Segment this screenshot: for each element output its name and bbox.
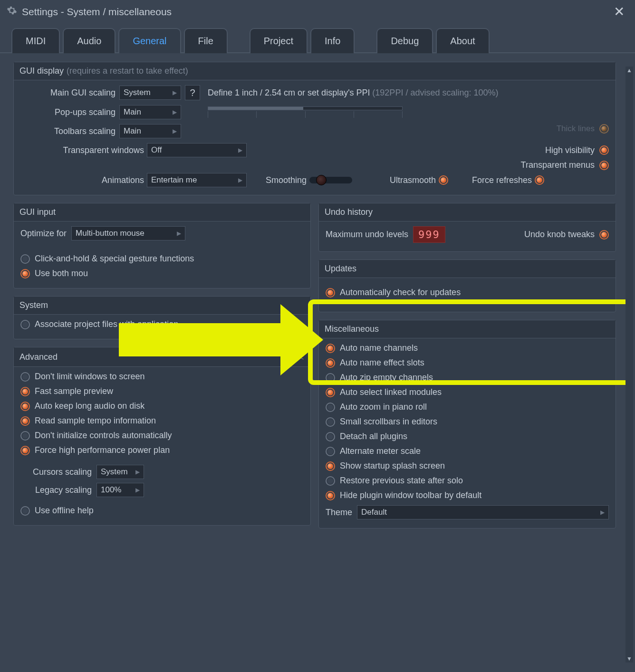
- tab-file[interactable]: File: [184, 28, 228, 53]
- theme-label: Theme: [326, 508, 352, 518]
- scrollbar[interactable]: ▲ ▼: [625, 67, 633, 662]
- scroll-up-icon[interactable]: ▲: [625, 67, 633, 74]
- hide-toolbar-toggle[interactable]: [326, 491, 335, 500]
- restore-solo-label: Restore previous state after solo: [340, 476, 463, 486]
- ultrasmooth-label: Ultrasmooth: [369, 175, 436, 185]
- tab-about[interactable]: About: [436, 28, 489, 53]
- cursors-scaling-dropdown[interactable]: System▶: [96, 465, 144, 479]
- updates-panel: Updates Automatically check for updates: [318, 259, 616, 312]
- optimize-for-dropdown[interactable]: Multi-button mouse▶: [71, 226, 185, 240]
- offline-help-label: Use offline help: [35, 506, 94, 516]
- dont-limit-label: Don't limit windows to screen: [35, 372, 145, 382]
- ppi-hint: (192PPI / advised scaling: 100%): [372, 88, 498, 97]
- system-title: System: [19, 300, 48, 310]
- show-splash-toggle[interactable]: [326, 461, 335, 471]
- auto-zoom-label: Auto zoom in piano roll: [340, 402, 427, 412]
- optimize-for-label: Optimize for: [20, 229, 67, 239]
- main-scaling-label: Main GUI scaling: [20, 88, 115, 98]
- auto-name-slots-toggle[interactable]: [326, 358, 335, 368]
- associate-toggle[interactable]: [20, 320, 30, 329]
- click-hold-toggle[interactable]: [20, 254, 30, 264]
- tab-project[interactable]: Project: [250, 28, 308, 53]
- dont-limit-toggle[interactable]: [20, 372, 30, 382]
- ppi-slider[interactable]: [208, 106, 403, 110]
- titlebar: Settings - System / miscellaneous ✕: [0, 0, 635, 23]
- help-button[interactable]: ?: [185, 85, 200, 100]
- fast-sample-label: Fast sample preview: [35, 386, 113, 396]
- arrow-annotation: [119, 323, 280, 356]
- alt-meter-toggle[interactable]: [326, 447, 335, 456]
- tab-audio[interactable]: Audio: [63, 28, 115, 53]
- force-refreshes-label: Force refreshes: [456, 175, 532, 185]
- high-visibility-label: High visibility: [545, 145, 595, 155]
- smoothing-label: Smoothing: [254, 175, 307, 185]
- dont-init-toggle[interactable]: [20, 431, 30, 441]
- animations-label: Animations: [20, 175, 144, 185]
- theme-dropdown[interactable]: Default▶: [357, 505, 609, 519]
- force-power-label: Force high performance power plan: [35, 445, 170, 455]
- auto-check-toggle[interactable]: [326, 288, 335, 298]
- alt-meter-label: Alternate meter scale: [340, 446, 421, 456]
- tabbar: MIDI Audio General File Project Info Deb…: [0, 23, 635, 53]
- auto-select-linked-toggle[interactable]: [326, 388, 335, 397]
- undo-title: Undo history: [325, 207, 373, 217]
- animations-dropdown[interactable]: Entertain me▶: [147, 173, 247, 187]
- tab-general[interactable]: General: [118, 28, 181, 53]
- advanced-title: Advanced: [19, 352, 58, 362]
- misc-title: Miscellaneous: [325, 324, 379, 334]
- detach-plugins-toggle[interactable]: [326, 432, 335, 442]
- force-power-toggle[interactable]: [20, 446, 30, 455]
- undo-knob-toggle[interactable]: [599, 230, 609, 240]
- auto-zip-toggle[interactable]: [326, 373, 335, 383]
- advanced-panel: Advanced ︿ Don't limit windows to screen…: [13, 347, 311, 526]
- gui-display-panel: GUI display (requires a restart to take …: [13, 62, 616, 195]
- read-tempo-label: Read sample tempo information: [35, 416, 156, 426]
- ultrasmooth-toggle[interactable]: [439, 175, 448, 185]
- thick-lines-label: Thick lines: [557, 124, 595, 134]
- undo-panel: Undo history Maximum undo levels 999 Und…: [318, 203, 616, 252]
- legacy-scaling-dropdown[interactable]: 100%▶: [96, 483, 144, 497]
- transparent-menus-toggle[interactable]: [599, 161, 609, 170]
- gui-display-hint: (requires a restart to take effect): [67, 66, 188, 76]
- auto-select-linked-label: Auto select linked modules: [340, 387, 442, 397]
- small-scrollbars-toggle[interactable]: [326, 417, 335, 427]
- tab-info[interactable]: Info: [310, 28, 355, 53]
- read-tempo-toggle[interactable]: [20, 416, 30, 426]
- main-scaling-dropdown[interactable]: System▶: [119, 86, 181, 100]
- popup-scaling-dropdown[interactable]: Main▶: [119, 105, 181, 119]
- transparent-windows-dropdown[interactable]: Off▶: [147, 143, 247, 157]
- offline-help-toggle[interactable]: [20, 506, 30, 516]
- tab-debug[interactable]: Debug: [376, 28, 433, 53]
- arrow-head-annotation: [280, 304, 323, 375]
- fast-sample-toggle[interactable]: [20, 387, 30, 396]
- gui-input-title: GUI input: [19, 207, 56, 217]
- close-icon[interactable]: ✕: [610, 4, 628, 19]
- auto-zoom-toggle[interactable]: [326, 403, 335, 412]
- auto-name-channels-label: Auto name channels: [340, 343, 418, 353]
- auto-keep-toggle[interactable]: [20, 402, 30, 411]
- use-both-toggle[interactable]: [20, 269, 30, 278]
- gui-input-panel: GUI input Optimize for Multi-button mous…: [13, 203, 311, 288]
- hide-toolbar-label: Hide plugin window toolbar by default: [340, 490, 481, 500]
- auto-keep-label: Auto keep long audio on disk: [35, 401, 144, 411]
- ppi-text: Define 1 inch / 2.54 cm or set display's…: [208, 88, 370, 97]
- force-refreshes-toggle[interactable]: [535, 175, 544, 185]
- auto-zip-label: Auto zip empty channels: [340, 373, 433, 383]
- gui-display-title: GUI display: [19, 66, 64, 76]
- smoothing-slider[interactable]: [309, 177, 352, 183]
- restore-solo-toggle[interactable]: [326, 476, 335, 486]
- small-scrollbars-label: Small scrollbars in editors: [340, 417, 437, 427]
- show-splash-label: Show startup splash screen: [340, 461, 445, 471]
- max-undo-value[interactable]: 999: [413, 226, 445, 243]
- toolbar-scaling-dropdown[interactable]: Main▶: [119, 124, 181, 138]
- scroll-down-icon[interactable]: ▼: [625, 655, 633, 662]
- auto-name-channels-toggle[interactable]: [326, 344, 335, 353]
- click-hold-label: Click-and-hold & special gesture functio…: [35, 254, 194, 264]
- toolbar-scaling-label: Toolbars scaling: [20, 126, 115, 136]
- detach-plugins-label: Detach all plugins: [340, 432, 407, 442]
- transparent-windows-label: Transparent windows: [20, 145, 144, 155]
- high-visibility-toggle[interactable]: [599, 145, 609, 155]
- tab-midi[interactable]: MIDI: [11, 28, 60, 53]
- gear-icon: [7, 5, 22, 18]
- thick-lines-toggle[interactable]: [599, 124, 609, 134]
